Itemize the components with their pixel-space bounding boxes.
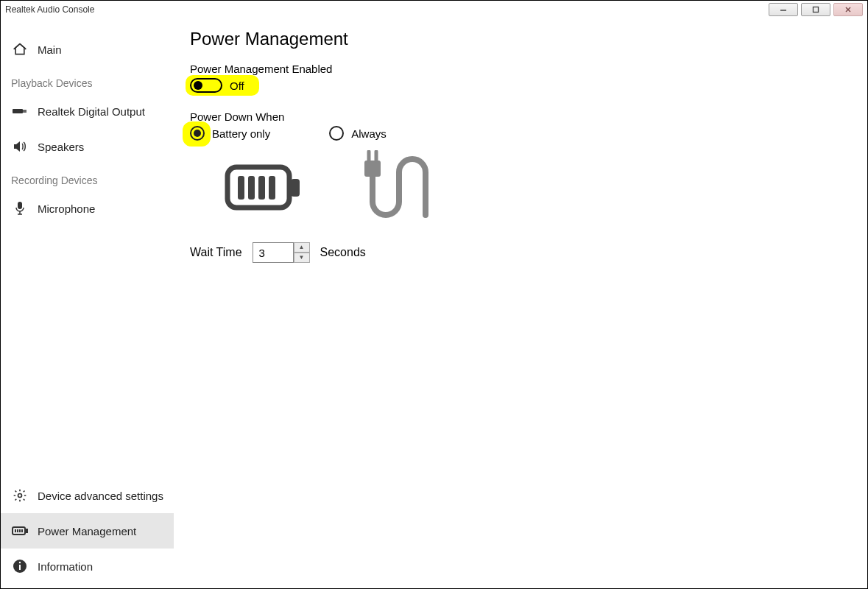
wait-time-label: Wait Time	[190, 246, 242, 259]
speaker-icon	[11, 140, 29, 153]
group-recording: Recording Devices	[1, 164, 174, 191]
svg-rect-6	[18, 202, 22, 209]
gear-icon	[11, 488, 29, 503]
svg-rect-4	[13, 109, 23, 113]
wait-time-input[interactable]	[253, 242, 294, 263]
close-button[interactable]	[833, 3, 863, 16]
nav-microphone-label: Microphone	[38, 202, 95, 215]
info-icon	[11, 559, 29, 574]
power-down-label: Power Down When	[190, 110, 851, 123]
battery-icon	[11, 526, 29, 536]
digital-output-icon	[11, 107, 29, 116]
svg-rect-20	[291, 179, 300, 197]
wait-time-up-button[interactable]: ▲	[294, 242, 310, 253]
nav-advanced-settings[interactable]: Device advanced settings	[1, 478, 174, 513]
title-bar: Realtek Audio Console	[1, 1, 867, 18]
nav-speakers-label: Speakers	[38, 141, 84, 153]
nav-power-management[interactable]: Power Management	[1, 513, 174, 549]
radio-always[interactable]	[329, 126, 344, 141]
radio-battery[interactable]	[190, 126, 205, 141]
wait-time-down-button[interactable]: ▼	[294, 253, 310, 263]
nav-advanced-label: Device advanced settings	[38, 490, 163, 502]
wait-time-unit: Seconds	[320, 246, 366, 259]
nav-speakers[interactable]: Speakers	[1, 129, 174, 164]
svg-rect-22	[248, 176, 255, 200]
nav-information-label: Information	[38, 560, 93, 573]
nav-information[interactable]: Information	[1, 549, 174, 584]
window-title: Realtek Audio Console	[5, 4, 94, 15]
svg-rect-23	[258, 176, 265, 200]
svg-rect-1	[814, 7, 819, 13]
nav-power-label: Power Management	[38, 525, 136, 537]
radio-always-label: Always	[351, 127, 387, 140]
radio-battery-wrap[interactable]: Battery only	[190, 126, 270, 141]
svg-rect-21	[238, 176, 244, 200]
radio-always-wrap[interactable]: Always	[329, 126, 387, 141]
nav-digital-output-label: Realtek Digital Output	[38, 105, 145, 118]
nav-microphone[interactable]: Microphone	[1, 191, 174, 226]
svg-rect-24	[269, 176, 275, 200]
maximize-button[interactable]	[801, 3, 830, 16]
nav-main[interactable]: Main	[1, 32, 174, 67]
plug-illustration-icon	[352, 154, 440, 220]
page-title: Power Management	[190, 29, 851, 49]
battery-illustration-icon	[219, 154, 308, 220]
svg-point-9	[18, 494, 22, 498]
svg-rect-5	[23, 110, 27, 113]
nav-digital-output[interactable]: Realtek Digital Output	[1, 94, 174, 129]
microphone-icon	[11, 201, 29, 216]
pm-enabled-state: Off	[230, 80, 244, 92]
group-playback: Playback Devices	[1, 67, 174, 94]
pm-enabled-toggle[interactable]	[190, 78, 222, 93]
svg-rect-10	[13, 527, 25, 535]
radio-battery-label: Battery only	[212, 127, 270, 140]
svg-point-18	[19, 562, 21, 563]
pm-enabled-label: Power Management Enabled	[190, 63, 851, 75]
home-icon	[11, 42, 29, 57]
svg-rect-11	[26, 529, 27, 532]
nav-main-label: Main	[38, 43, 62, 56]
sidebar: Main Playback Devices Realtek Digital Ou…	[1, 18, 174, 588]
content-panel: Power Management Power Management Enable…	[174, 18, 867, 588]
minimize-button[interactable]	[769, 3, 798, 16]
svg-rect-17	[19, 565, 21, 570]
